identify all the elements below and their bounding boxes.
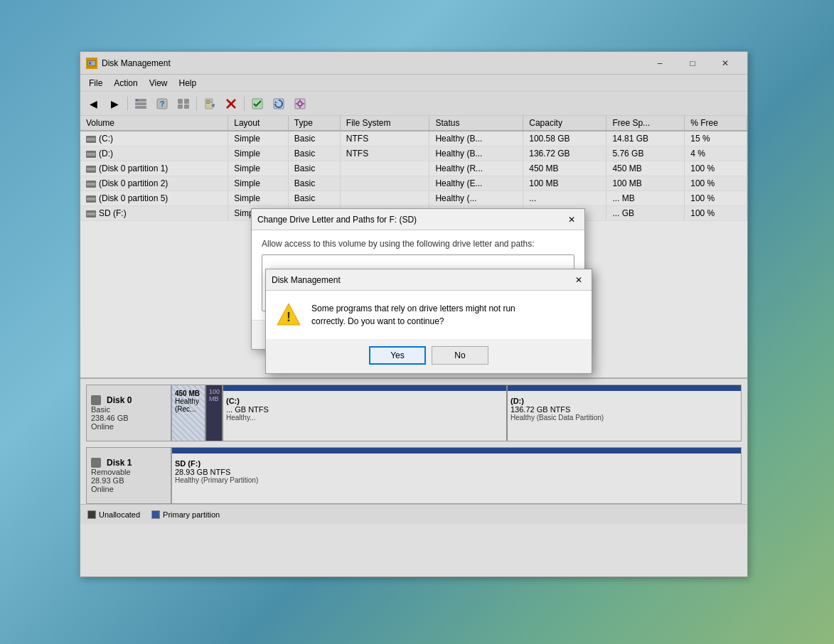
change-drive-subtitle: Allow access to this volume by using the…: [262, 239, 574, 249]
confirm-message: Some programs that rely on drive letters…: [311, 302, 515, 328]
change-drive-title: Change Drive Letter and Paths for F: (SD…: [257, 215, 565, 225]
confirm-title-bar: Disk Management ✕: [266, 269, 592, 291]
change-drive-title-bar: Change Drive Letter and Paths for F: (SD…: [252, 209, 584, 230]
yes-button[interactable]: Yes: [369, 346, 426, 365]
dialog-confirm: Disk Management ✕ ! Some programs that r…: [265, 269, 592, 374]
confirm-title: Disk Management: [272, 275, 572, 285]
change-drive-close-button[interactable]: ✕: [565, 213, 579, 227]
confirm-close-button[interactable]: ✕: [572, 273, 586, 287]
warning-icon: !: [276, 302, 301, 328]
svg-text:!: !: [287, 310, 291, 324]
no-button[interactable]: No: [432, 346, 488, 365]
confirm-body: ! Some programs that rely on drive lette…: [266, 291, 592, 339]
confirm-footer: Yes No: [266, 339, 592, 373]
main-window: Disk Management – □ ✕ File Action View H…: [80, 51, 748, 577]
modal-overlay: Change Drive Letter and Paths for F: (SD…: [80, 52, 747, 576]
